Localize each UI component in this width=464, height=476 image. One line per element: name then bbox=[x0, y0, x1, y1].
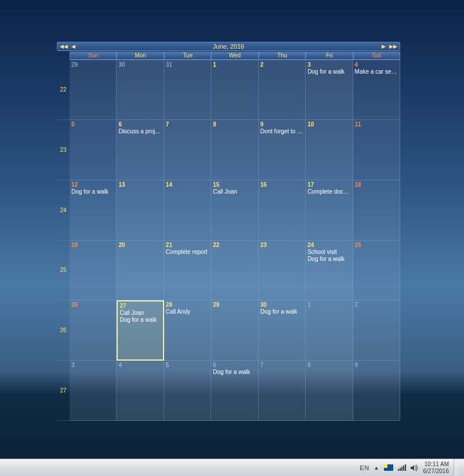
day-cell[interactable]: 18 bbox=[353, 180, 400, 241]
day-cell[interactable]: 3 bbox=[70, 361, 117, 421]
day-cell[interactable]: 28Call Andy bbox=[164, 300, 211, 361]
event-item[interactable]: Make a car service bbox=[355, 68, 398, 75]
day-cell[interactable]: 20 bbox=[117, 241, 164, 301]
day-cell[interactable]: 31 bbox=[164, 60, 211, 120]
prev-year-button[interactable]: ◀◀ bbox=[60, 44, 68, 49]
day-cell[interactable]: 9 bbox=[353, 361, 400, 421]
day-cell[interactable]: 26 bbox=[70, 300, 117, 361]
event-item[interactable]: Dont forget to re... bbox=[260, 128, 303, 135]
next-year-button[interactable]: ▶▶ bbox=[389, 44, 397, 49]
event-item[interactable]: Dog for a walk bbox=[213, 369, 256, 376]
day-cell[interactable]: 7 bbox=[259, 361, 306, 421]
day-number: 7 bbox=[260, 362, 303, 369]
day-cell[interactable]: 15Call Joan bbox=[211, 180, 258, 241]
day-number: 24 bbox=[307, 242, 350, 249]
week-number: 26 bbox=[57, 300, 70, 361]
day-cell[interactable]: 30Dog for a walk bbox=[259, 300, 306, 361]
day-number: 9 bbox=[260, 121, 303, 128]
svg-rect-0 bbox=[398, 469, 399, 471]
event-item[interactable]: Complete report bbox=[166, 249, 209, 256]
taskbar: EN ▲ 10:11 AM 6/27/2016 bbox=[0, 459, 464, 476]
day-cell[interactable]: 4Make a car service bbox=[353, 60, 400, 120]
day-cell[interactable]: 2 bbox=[353, 300, 400, 361]
week-number: 27 bbox=[57, 361, 70, 421]
day-cell[interactable]: 4 bbox=[117, 361, 164, 421]
day-cell[interactable]: 6Discuss a projec... bbox=[117, 120, 164, 180]
day-number: 19 bbox=[71, 242, 114, 249]
day-cell[interactable]: 10 bbox=[306, 120, 353, 180]
event-item[interactable]: Complete docum... bbox=[307, 188, 350, 195]
event-item[interactable]: Call Andy bbox=[166, 308, 209, 315]
prev-month-button[interactable]: ◀ bbox=[71, 44, 75, 49]
day-number: 20 bbox=[118, 242, 161, 249]
events-list: Dog for a walk bbox=[213, 369, 256, 376]
day-number: 29 bbox=[213, 301, 256, 308]
week-row: 273456Dog for a walk789 bbox=[57, 361, 400, 421]
day-cell[interactable]: 11 bbox=[353, 120, 400, 180]
day-cell[interactable]: 2 bbox=[259, 60, 306, 120]
week-number: 24 bbox=[57, 180, 70, 241]
day-cell[interactable]: 8 bbox=[306, 361, 353, 421]
calendar-titlebar: ◀◀ ◀ June, 2016 ▶ ▶▶ bbox=[57, 42, 400, 51]
event-item[interactable]: Call Joan bbox=[213, 188, 256, 195]
day-cell[interactable]: 8 bbox=[211, 120, 258, 180]
calendar-widget: ◀◀ ◀ June, 2016 ▶ ▶▶ SunMonTueWedThuFriS… bbox=[57, 42, 400, 421]
svg-rect-3 bbox=[403, 466, 404, 471]
day-cell[interactable]: 17Complete docum... bbox=[306, 180, 353, 241]
day-number: 5 bbox=[166, 362, 209, 369]
day-cell[interactable]: 29 bbox=[70, 60, 117, 120]
event-item[interactable]: Discuss a projec... bbox=[118, 128, 161, 135]
dow-gutter bbox=[57, 52, 70, 60]
day-cell[interactable]: 5 bbox=[164, 361, 211, 421]
day-cell[interactable]: 14 bbox=[164, 180, 211, 241]
taskbar-clock[interactable]: 10:11 AM 6/27/2016 bbox=[423, 461, 449, 475]
day-cell[interactable]: 22 bbox=[211, 241, 258, 301]
day-cell[interactable]: 21Complete report bbox=[164, 241, 211, 301]
day-cell[interactable]: 6Dog for a walk bbox=[211, 361, 258, 421]
day-cell[interactable]: 1 bbox=[211, 60, 258, 120]
week-number: 22 bbox=[57, 60, 70, 120]
day-cell[interactable]: 12Dog for a walk bbox=[70, 180, 117, 241]
day-number: 31 bbox=[166, 61, 209, 68]
day-cell[interactable]: 5 bbox=[70, 120, 117, 180]
day-cell[interactable]: 29 bbox=[211, 300, 258, 361]
event-item[interactable]: Dog for a walk bbox=[307, 68, 350, 75]
event-item[interactable]: Dog for a walk bbox=[307, 256, 350, 263]
week-row: 2356Discuss a projec...789Dont forget to… bbox=[57, 120, 400, 180]
events-list: Call JoanDog for a walk bbox=[119, 310, 161, 324]
event-item[interactable]: Dog for a walk bbox=[260, 308, 303, 315]
event-item[interactable]: Dog for a walk bbox=[119, 317, 161, 324]
day-cell[interactable]: 19 bbox=[70, 241, 117, 301]
next-month-button[interactable]: ▶ bbox=[382, 44, 386, 49]
tray-expand-icon[interactable]: ▲ bbox=[374, 465, 379, 471]
day-cell[interactable]: 23 bbox=[259, 241, 306, 301]
day-cell[interactable]: 13 bbox=[117, 180, 164, 241]
day-cell[interactable]: 1 bbox=[306, 300, 353, 361]
event-item[interactable]: School visit bbox=[307, 249, 350, 256]
week-row: 22293031123Dog for a walk4Make a car ser… bbox=[57, 60, 400, 120]
dow-wed: Wed bbox=[211, 52, 258, 60]
day-cell[interactable]: 9Dont forget to re... bbox=[259, 120, 306, 180]
dow-sun: Sun bbox=[70, 52, 117, 60]
dow-header: SunMonTueWedThuFriSat bbox=[57, 52, 400, 60]
day-cell[interactable]: 16 bbox=[259, 180, 306, 241]
day-number: 26 bbox=[71, 301, 114, 308]
network-icon[interactable] bbox=[398, 464, 406, 471]
day-cell[interactable]: 24School visitDog for a walk bbox=[306, 241, 353, 301]
input-language[interactable]: EN bbox=[360, 464, 369, 471]
nav-group-right: ▶ ▶▶ bbox=[382, 44, 397, 49]
event-item[interactable]: Call Joan bbox=[119, 310, 161, 317]
event-item[interactable]: Dog for a walk bbox=[71, 188, 114, 195]
day-cell[interactable]: 27Call JoanDog for a walk bbox=[117, 300, 164, 361]
events-list: Complete docum... bbox=[307, 188, 350, 195]
svg-marker-5 bbox=[411, 465, 414, 471]
day-cell[interactable]: 7 bbox=[164, 120, 211, 180]
day-cell[interactable]: 3Dog for a walk bbox=[306, 60, 353, 120]
flag-icon[interactable] bbox=[384, 464, 393, 471]
show-desktop-button[interactable] bbox=[454, 459, 459, 477]
volume-icon[interactable] bbox=[411, 464, 419, 471]
day-number: 23 bbox=[260, 242, 303, 249]
day-number: 11 bbox=[355, 121, 398, 128]
day-cell[interactable]: 30 bbox=[117, 60, 164, 120]
day-cell[interactable]: 25 bbox=[353, 241, 400, 301]
